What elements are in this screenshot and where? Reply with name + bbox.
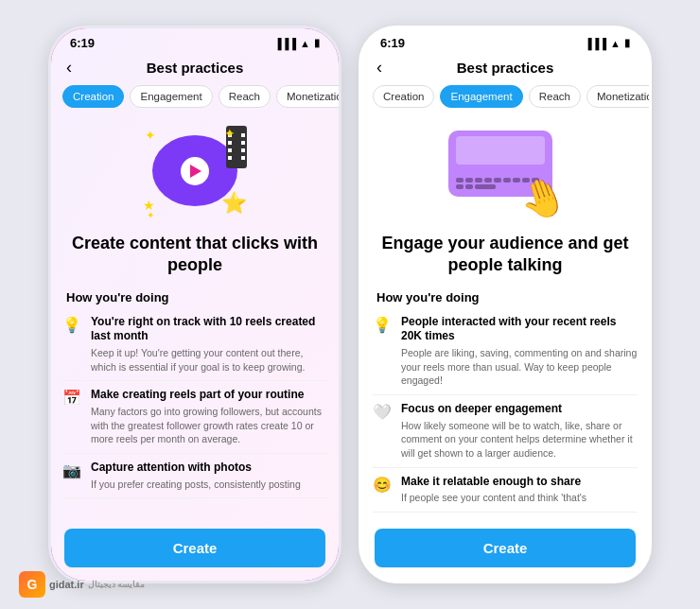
status-time-right: 6:19 [380,36,405,50]
tip-title-right-2: Make it relatable enough to share [401,475,586,490]
battery-icon-right: ▮ [624,37,630,49]
nav-title-left: Best practices [147,60,244,76]
tabs-row-left: Creation Engagement Reach Monetization [51,79,339,115]
tip-title-left-2: Capture attention with photos [91,461,301,476]
tip-icon-left-1: 📅 [62,389,81,446]
wifi-icon-right: ▲ [610,38,621,49]
brand-logo-icon: G [19,571,45,598]
tab-creation-left[interactable]: Creation [62,85,124,108]
play-button-icon [181,157,209,185]
phone-right: 6:19 ▐▐▐ ▲ ▮ ‹ Best practices Creation E… [359,26,652,583]
tip-desc-left-2: If you prefer creating posts, consistent… [91,478,301,492]
signal-icon-right: ▐▐▐ [585,38,606,49]
sparkle-icon-1: ✦ [145,128,156,143]
tip-desc-right-1: How likely someone will be to watch, lik… [401,419,638,461]
tip-icon-right-1: 🤍 [373,403,392,461]
star2-icon: ★ [143,198,155,213]
back-button-right[interactable]: ‹ [376,58,382,78]
tab-reach-left[interactable]: Reach [219,85,271,108]
tab-monetization-left[interactable]: Monetization [276,85,341,108]
tip-icon-right-0: 💡 [373,316,392,388]
tabs-row-right: Creation Engagement Reach Monetization [361,79,649,115]
tab-creation-right[interactable]: Creation [373,85,434,108]
play-triangle-icon [190,165,201,178]
tip-title-left-1: Make creating reels part of your routine [91,388,327,403]
main-container: 6:19 ▐▐▐ ▲ ▮ ‹ Best practices Creation E… [29,7,671,602]
nav-bar-left: ‹ Best practices [51,54,339,79]
battery-icon: ▮ [314,37,320,49]
engagement-illustration: 🤚 [444,126,567,220]
tip-desc-left-1: Many factors go into growing followers, … [91,405,327,446]
tip-title-right-1: Focus on deeper engagement [401,402,638,417]
create-button-left[interactable]: Create [64,529,325,567]
main-heading-right: Engage your audience and get people talk… [361,229,649,285]
tip-icon-right-2: 😊 [373,476,392,505]
star-icon: ⭐ [221,191,247,216]
hero-engagement: 🤚 [361,115,649,229]
section-label-right: How you're doing [361,285,649,308]
tab-reach-right[interactable]: Reach [529,85,581,108]
phone-left: 6:19 ▐▐▐ ▲ ▮ ‹ Best practices Creation E… [48,26,341,583]
status-icons-right: ▐▐▐ ▲ ▮ [585,37,630,49]
create-btn-wrap-right: Create [361,519,649,581]
tablet-screen-area [456,136,545,165]
back-button-left[interactable]: ‹ [66,58,72,78]
tip-desc-right-0: People are liking, saving, commenting on… [401,346,638,388]
tip-item-left-2: 📷 Capture attention with photos If you p… [62,454,327,498]
nav-title-right: Best practices [457,60,554,76]
status-icons-left: ▐▐▐ ▲ ▮ [274,37,320,49]
section-label-left: How you're doing [51,285,339,308]
tip-title-right-0: People interacted with your recent reels… [401,315,638,344]
brand-text: gidat.ir [49,579,84,590]
brand-subtitle: مقایسه دیجیتال [88,580,146,589]
tip-desc-right-2: If people see your content and think 'th… [401,491,586,505]
tab-engagement-right[interactable]: Engagement [440,85,522,108]
wifi-icon: ▲ [300,38,310,49]
tip-item-right-2: 😊 Make it relatable enough to share If p… [373,468,638,513]
tip-icon-left-0: 💡 [62,316,81,374]
create-button-right[interactable]: Create [375,529,636,567]
status-time-left: 6:19 [70,36,95,50]
tip-item-left-1: 📅 Make creating reels part of your routi… [62,381,327,454]
tip-item-left-0: 💡 You're right on track with 10 reels cr… [62,308,327,382]
status-bar-left: 6:19 ▐▐▐ ▲ ▮ [51,28,339,54]
tab-monetization-right[interactable]: Monetization [586,85,652,108]
watermark: G gidat.ir مقایسه دیجیتال [19,571,145,598]
signal-icon: ▐▐▐ [274,38,296,49]
tips-list-right: 💡 People interacted with your recent ree… [361,308,649,519]
tip-item-right-0: 💡 People interacted with your recent ree… [373,308,638,395]
sparkle-icon-2: ✦ [224,126,236,141]
main-heading-left: Create content that clicks with people [51,229,339,285]
tip-item-right-1: 🤍 Focus on deeper engagement How likely … [373,395,638,468]
status-bar-right: 6:19 ▐▐▐ ▲ ▮ [361,28,649,54]
tip-title-left-0: You're right on track with 10 reels crea… [91,315,327,344]
tip-icon-left-2: 📷 [62,461,81,491]
tab-engagement-left[interactable]: Engagement [130,85,212,108]
hero-creation: ✦ ✦ ✦ ⭐ ★ [51,115,339,229]
nav-bar-right: ‹ Best practices [361,54,649,79]
tips-list-left: 💡 You're right on track with 10 reels cr… [51,308,339,519]
tip-desc-left-0: Keep it up! You're getting your content … [91,346,327,374]
creation-illustration: ✦ ✦ ✦ ⭐ ★ [143,126,247,220]
